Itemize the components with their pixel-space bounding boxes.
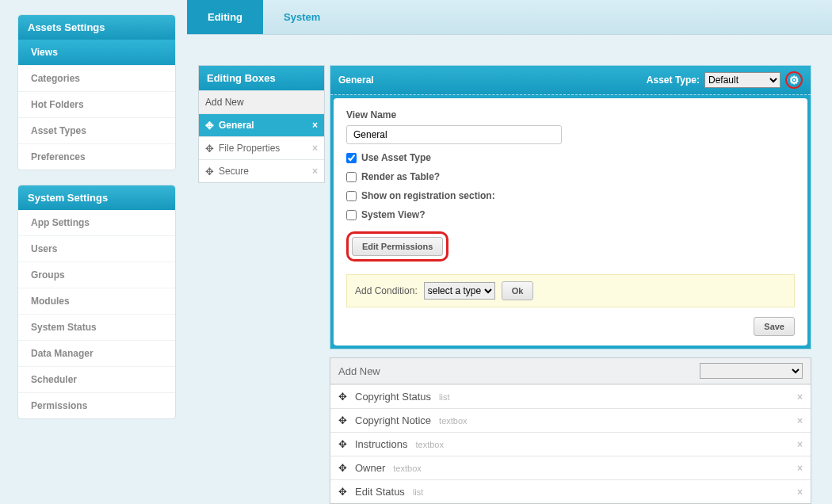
sidebar-item-categories[interactable]: Categories xyxy=(18,66,175,92)
drag-handle-icon[interactable]: ✥ xyxy=(338,391,347,402)
editor-wrap: General Asset Type: Default ⚙ View Name xyxy=(330,65,811,504)
editing-box-item-label: Secure xyxy=(219,166,249,177)
editor-inner: View Name Use Asset Type Render as Table… xyxy=(334,98,807,346)
editor-header: General Asset Type: Default ⚙ xyxy=(330,66,811,94)
checkbox-label: Render as Table? xyxy=(361,171,440,182)
sidebar-item-app-settings[interactable]: App Settings xyxy=(18,210,175,236)
editing-box-item-label: General xyxy=(219,120,254,131)
field-row[interactable]: ✥ Copyright Status list × xyxy=(330,384,811,408)
drag-handle-icon[interactable]: ✥ xyxy=(205,120,214,131)
editing-boxes-panel: Editing Boxes Add New ✥ General × ✥ File… xyxy=(198,65,325,183)
main-area: Editing Boxes Add New ✥ General × ✥ File… xyxy=(187,35,832,504)
sidebar-item-preferences[interactable]: Preferences xyxy=(18,144,175,170)
editing-box-item-general[interactable]: ✥ General × xyxy=(199,113,324,136)
drag-handle-icon[interactable]: ✥ xyxy=(338,439,347,449)
close-icon[interactable]: × xyxy=(797,415,803,426)
field-name: Edit Status xyxy=(355,486,405,498)
system-settings-header: System Settings xyxy=(18,185,175,210)
sidebar-item-asset-types[interactable]: Asset Types xyxy=(18,118,175,144)
sidebar-item-data-manager[interactable]: Data Manager xyxy=(18,341,175,367)
drag-handle-icon[interactable]: ✥ xyxy=(205,166,214,177)
condition-type-select[interactable]: select a type xyxy=(424,282,495,300)
sidebar-item-scheduler[interactable]: Scheduler xyxy=(18,367,175,393)
field-row[interactable]: ✥ Owner textbox × xyxy=(330,456,811,479)
gear-icon[interactable]: ⚙ xyxy=(785,71,803,89)
checkbox-label: Use Asset Type xyxy=(361,152,431,163)
ok-button[interactable]: Ok xyxy=(502,281,534,300)
checkbox-show-registration[interactable]: Show on registration section: xyxy=(346,190,795,201)
drag-handle-icon[interactable]: ✥ xyxy=(338,463,347,473)
editing-box-item-secure[interactable]: ✥ Secure × xyxy=(199,159,324,182)
assets-settings-header: Assets Settings xyxy=(18,15,175,40)
fields-panel: Add New ✥ Copyright Status list × ✥ Copy… xyxy=(330,357,811,504)
sidebar-item-views[interactable]: Views xyxy=(18,40,175,66)
checkbox-render-table-box[interactable] xyxy=(346,172,357,182)
checkbox-system-view[interactable]: System View? xyxy=(346,209,795,220)
field-name: Copyright Status xyxy=(355,391,431,403)
close-icon[interactable]: × xyxy=(797,487,803,498)
checkbox-label: System View? xyxy=(361,209,425,220)
close-icon[interactable]: × xyxy=(312,166,318,177)
checkbox-label: Show on registration section: xyxy=(361,190,495,201)
close-icon[interactable]: × xyxy=(312,143,318,154)
editor-panel: General Asset Type: Default ⚙ View Name xyxy=(330,65,811,349)
field-row[interactable]: ✥ Edit Status list × xyxy=(330,479,811,503)
close-icon[interactable]: × xyxy=(797,391,803,403)
sidebar-item-modules[interactable]: Modules xyxy=(18,288,175,315)
add-condition-row: Add Condition: select a type Ok xyxy=(346,274,795,307)
field-type: textbox xyxy=(439,416,467,426)
save-button[interactable]: Save xyxy=(754,317,795,336)
field-type: list xyxy=(413,487,423,497)
asset-type-select[interactable]: Default xyxy=(704,72,780,88)
top-tabs: Editing System xyxy=(187,0,832,35)
close-icon[interactable]: × xyxy=(312,120,318,131)
editor-title: General xyxy=(338,74,374,86)
sidebar-item-system-status[interactable]: System Status xyxy=(18,315,175,341)
editing-box-item-file-properties[interactable]: ✥ File Properties × xyxy=(199,136,324,159)
checkbox-use-asset-type-box[interactable] xyxy=(346,153,357,163)
drag-handle-icon[interactable]: ✥ xyxy=(338,415,347,426)
view-name-input[interactable] xyxy=(346,125,562,144)
checkbox-system-view-box[interactable] xyxy=(346,210,357,220)
drag-handle-icon[interactable]: ✥ xyxy=(338,487,347,497)
field-name: Owner xyxy=(355,462,385,474)
sidebar-item-groups[interactable]: Groups xyxy=(18,262,175,288)
save-row: Save xyxy=(346,307,795,336)
field-row[interactable]: ✥ Instructions textbox × xyxy=(330,432,811,456)
system-settings-box: System Settings App Settings Users Group… xyxy=(17,185,176,419)
fields-add-new-row: Add New xyxy=(330,358,811,384)
asset-type-label: Asset Type: xyxy=(647,74,700,86)
fields-add-new-label: Add New xyxy=(338,365,380,377)
add-condition-label: Add Condition: xyxy=(355,285,418,296)
editor-body: View Name Use Asset Type Render as Table… xyxy=(330,94,811,349)
edit-permissions-highlight: Edit Permissions xyxy=(346,231,448,262)
view-name-label: View Name xyxy=(346,109,795,120)
sidebar-item-permissions[interactable]: Permissions xyxy=(18,393,175,418)
field-type: textbox xyxy=(415,440,443,449)
sidebar-item-users[interactable]: Users xyxy=(18,236,175,262)
tab-system[interactable]: System xyxy=(263,0,341,34)
checkbox-show-registration-box[interactable] xyxy=(346,191,357,201)
field-type: list xyxy=(439,392,449,402)
editing-boxes-add-new[interactable]: Add New xyxy=(199,90,324,113)
field-name: Instructions xyxy=(355,438,407,450)
tab-editing[interactable]: Editing xyxy=(187,0,263,34)
editing-box-item-label: File Properties xyxy=(219,143,280,154)
assets-settings-box: Assets Settings Views Categories Hot Fol… xyxy=(17,14,176,170)
field-name: Copyright Notice xyxy=(355,414,431,426)
edit-permissions-button[interactable]: Edit Permissions xyxy=(352,237,443,256)
fields-add-new-select[interactable] xyxy=(700,363,803,379)
drag-handle-icon[interactable]: ✥ xyxy=(205,143,214,154)
main-column: Editing System Editing Boxes Add New ✥ G… xyxy=(187,0,832,504)
checkbox-render-table[interactable]: Render as Table? xyxy=(346,171,795,182)
left-sidebar: Assets Settings Views Categories Hot Fol… xyxy=(0,0,187,504)
field-row[interactable]: ✥ Copyright Notice textbox × xyxy=(330,408,811,432)
close-icon[interactable]: × xyxy=(797,439,803,450)
field-type: textbox xyxy=(393,464,421,473)
sidebar-item-hot-folders[interactable]: Hot Folders xyxy=(18,92,175,118)
close-icon[interactable]: × xyxy=(797,463,803,474)
checkbox-use-asset-type[interactable]: Use Asset Type xyxy=(346,152,795,163)
editing-boxes-header: Editing Boxes xyxy=(199,66,324,90)
